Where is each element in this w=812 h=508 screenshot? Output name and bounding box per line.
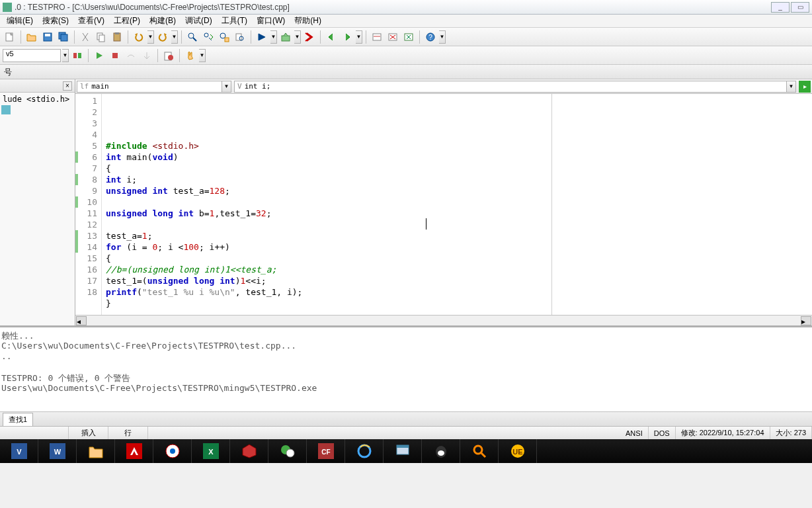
task-wechat-icon[interactable] <box>268 439 307 463</box>
step-into-icon[interactable] <box>140 48 154 63</box>
copy-icon[interactable] <box>94 30 108 44</box>
task-adobe-icon[interactable] <box>115 439 153 463</box>
task-ultraedit-icon[interactable]: UE <box>499 439 537 463</box>
side-tree[interactable]: lude <stdio.h> <box>0 93 75 116</box>
code-line[interactable]: printf("test_1 %u i %u\n", test_1, i); <box>106 286 808 298</box>
next-dropdown[interactable]: ▼ <box>356 30 362 44</box>
member-dropdown[interactable]: ▼ <box>787 81 796 93</box>
code-line[interactable]: { <box>106 163 808 174</box>
find-files-icon[interactable] <box>233 30 247 44</box>
side-close-button[interactable]: × <box>63 81 72 91</box>
tree-item-selected[interactable] <box>1 105 11 114</box>
menu-item[interactable]: 工具(T) <box>218 14 251 28</box>
task-word-icon[interactable]: W <box>38 439 77 463</box>
properties-icon[interactable] <box>370 30 384 44</box>
scope-combo[interactable]: lf main <box>77 81 222 93</box>
menu-item[interactable]: 调试(D) <box>181 14 216 28</box>
build-icon[interactable] <box>278 30 293 44</box>
excel-icon[interactable] <box>401 30 416 44</box>
tree-item-stdio[interactable]: lude <stdio.h> <box>1 94 73 105</box>
output-panel[interactable]: 赖性...C:\Users\wu\Documents\C-Free\Projec… <box>0 325 812 411</box>
code-line[interactable]: unsigned int test_a=128; <box>106 185 808 196</box>
menu-item[interactable]: 窗口(W) <box>253 14 289 28</box>
delete-icon[interactable] <box>386 30 400 44</box>
scope-prefix: lf <box>80 82 89 91</box>
task-explorer-icon[interactable] <box>77 439 115 463</box>
task-cfree-icon[interactable]: CF <box>307 439 345 463</box>
task-excel-icon[interactable]: X <box>192 439 230 463</box>
code-line[interactable]: int main(void) <box>106 151 808 163</box>
step-over-icon[interactable] <box>124 48 138 63</box>
go-button[interactable]: ▸ <box>799 81 811 93</box>
code-line[interactable] <box>106 309 808 315</box>
compiler-dropdown[interactable]: ▼ <box>62 49 69 62</box>
next-icon[interactable] <box>340 30 354 44</box>
menu-item[interactable]: 编辑(E) <box>3 14 37 28</box>
task-visio-icon[interactable]: V <box>0 439 38 463</box>
code-line[interactable]: for (i = 0; i <100; i++) <box>106 241 808 253</box>
compiler-select[interactable]: v5 <box>3 49 61 62</box>
code-line[interactable]: int i; <box>106 174 808 185</box>
debug-config-icon[interactable] <box>70 48 85 63</box>
svg-text:CF: CF <box>321 448 330 456</box>
stop-icon[interactable] <box>108 48 122 63</box>
code-line[interactable]: unsigned long int b=1,test_1=32; <box>106 208 808 219</box>
code-content[interactable]: #include <stdio.h>int main(void){int i;u… <box>102 94 812 315</box>
window-controls: _ ▭ <box>771 2 809 13</box>
find-icon[interactable] <box>185 30 200 44</box>
task-window-icon[interactable] <box>384 439 422 463</box>
bottom-tab[interactable]: 查找1 <box>3 413 33 426</box>
scroll-left-button[interactable]: ◂ <box>76 316 87 325</box>
code-line[interactable]: { <box>106 253 808 264</box>
scroll-right-button[interactable]: ▸ <box>801 316 811 325</box>
horizontal-scrollbar[interactable]: ◂ ▸ <box>75 315 812 325</box>
minimize-button[interactable]: _ <box>771 2 790 13</box>
new-file-icon[interactable] <box>3 30 17 44</box>
hand-icon[interactable] <box>183 48 198 63</box>
code-line[interactable]: } <box>106 298 808 309</box>
find-next-icon[interactable] <box>201 30 216 44</box>
menu-item[interactable]: 工程(P) <box>110 14 144 28</box>
paste-icon[interactable] <box>110 30 124 44</box>
task-browser-icon[interactable] <box>153 439 192 463</box>
save-icon[interactable] <box>40 30 55 44</box>
undo-dropdown[interactable]: ▼ <box>147 30 154 44</box>
breakpoint-icon[interactable] <box>161 48 176 63</box>
code-line[interactable] <box>106 219 808 230</box>
prev-icon[interactable] <box>324 30 339 44</box>
code-line[interactable]: //b=(unsigned long int)1<<test_a; <box>106 264 808 275</box>
cut-icon[interactable] <box>78 30 93 44</box>
menu-item[interactable]: 构建(B) <box>145 14 180 28</box>
svg-rect-14 <box>236 34 241 40</box>
menu-item[interactable]: 帮助(H) <box>290 14 325 28</box>
build-dropdown[interactable]: ▼ <box>294 30 301 44</box>
maximize-button[interactable]: ▭ <box>791 2 809 13</box>
code-editor[interactable]: 123456789101112131415161718 #include <st… <box>75 94 812 315</box>
help-icon[interactable]: ? <box>423 30 438 44</box>
save-all-icon[interactable] <box>56 30 71 44</box>
redo-icon[interactable] <box>155 30 170 44</box>
menu-item[interactable]: 搜索(S) <box>38 14 73 28</box>
compile-icon[interactable] <box>255 30 269 44</box>
undo-icon[interactable] <box>132 30 146 44</box>
code-line[interactable]: test_a=1; <box>106 230 808 241</box>
menu-item[interactable]: 查看(V) <box>74 14 108 28</box>
code-line[interactable]: #include <stdio.h> <box>106 140 808 151</box>
scope-dropdown[interactable]: ▼ <box>222 81 231 93</box>
replace-icon[interactable] <box>217 30 231 44</box>
open-folder-icon[interactable] <box>24 30 39 44</box>
code-line[interactable]: test_1=(unsigned long int)1<<i; <box>106 275 808 286</box>
compile-dropdown[interactable]: ▼ <box>270 30 277 44</box>
task-box-icon[interactable] <box>230 439 268 463</box>
task-ie-icon[interactable] <box>345 439 384 463</box>
code-line[interactable] <box>106 196 808 208</box>
member-combo[interactable]: V int i; <box>234 81 787 93</box>
run-icon[interactable] <box>92 48 106 63</box>
hand-dropdown[interactable]: ▼ <box>199 49 206 62</box>
task-search-icon[interactable] <box>460 439 499 463</box>
help-dropdown[interactable]: ▼ <box>439 30 446 44</box>
redo-dropdown[interactable]: ▼ <box>171 30 178 44</box>
rebuild-icon[interactable] <box>302 30 317 44</box>
toolbar-debug: v5 ▼ ▼ <box>0 46 812 65</box>
task-qq-icon[interactable] <box>422 439 460 463</box>
